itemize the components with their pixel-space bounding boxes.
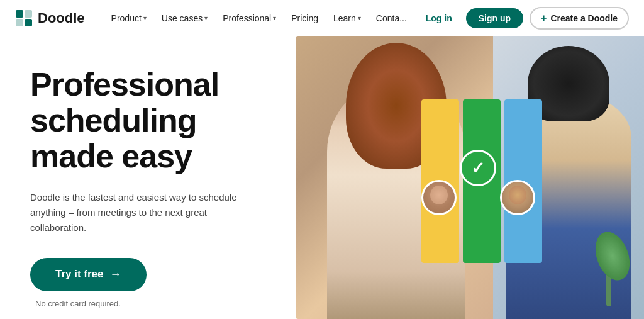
- try-it-free-label: Try it free: [55, 268, 104, 281]
- nav-learn-label: Learn: [333, 13, 356, 23]
- navbar: Doodle Product ▾ Use cases ▾ Professiona…: [0, 0, 644, 36]
- svg-rect-1: [25, 10, 32, 18]
- try-it-free-button[interactable]: Try it free →: [30, 258, 147, 291]
- checkmark-icon: ✓: [471, 159, 485, 178]
- hero-section: Professional scheduling made easy Doodle…: [0, 36, 644, 319]
- nav-professional-label: Professional: [223, 13, 271, 23]
- nav-pricing-label: Pricing: [291, 13, 318, 23]
- chevron-down-icon: ▾: [273, 14, 276, 21]
- logo-text: Doodle: [38, 10, 85, 26]
- avatar-man: [500, 180, 535, 215]
- hero-right: ✓: [296, 36, 644, 319]
- hero-left: Professional scheduling made easy Doodle…: [0, 36, 296, 319]
- nav-item-product[interactable]: Product ▾: [105, 9, 153, 27]
- nav-contact-label: Conta...: [376, 13, 407, 23]
- arrow-right-icon: →: [110, 268, 121, 281]
- nav-item-pricing[interactable]: Pricing: [285, 9, 325, 27]
- chevron-down-icon: ▾: [358, 14, 361, 21]
- nav-product-label: Product: [111, 13, 142, 23]
- avatar-woman: [421, 180, 457, 215]
- nav-actions: Log in Sign up + Create a Doodle: [418, 7, 629, 30]
- chevron-down-icon: ▾: [204, 14, 208, 21]
- nav-usecases-label: Use cases: [162, 13, 203, 23]
- nav-item-learn[interactable]: Learn ▾: [327, 9, 367, 27]
- nav-links: Product ▾ Use cases ▾ Professional ▾ Pri…: [105, 9, 418, 27]
- logo-link[interactable]: Doodle: [15, 9, 85, 27]
- hero-subtext: Doodle is the fastest and easiest way to…: [30, 190, 244, 235]
- no-credit-card-text: No credit card required.: [35, 299, 270, 308]
- nav-item-professional[interactable]: Professional ▾: [216, 9, 282, 27]
- nav-item-usecases[interactable]: Use cases ▾: [155, 9, 214, 27]
- doodle-logo-icon: [15, 9, 33, 27]
- hero-headline: Professional scheduling made easy: [30, 67, 270, 175]
- chevron-down-icon: ▾: [143, 14, 147, 21]
- checkmark-circle: ✓: [460, 150, 496, 186]
- svg-rect-0: [16, 10, 23, 18]
- svg-rect-2: [16, 19, 23, 26]
- create-doodle-button[interactable]: + Create a Doodle: [530, 7, 629, 30]
- plant-decoration: [594, 231, 644, 306]
- plus-icon: +: [541, 13, 547, 24]
- signup-button[interactable]: Sign up: [466, 8, 523, 28]
- login-button[interactable]: Log in: [418, 9, 460, 27]
- nav-item-contact[interactable]: Conta...: [370, 9, 413, 27]
- create-doodle-label: Create a Doodle: [550, 13, 618, 23]
- svg-rect-3: [25, 19, 32, 26]
